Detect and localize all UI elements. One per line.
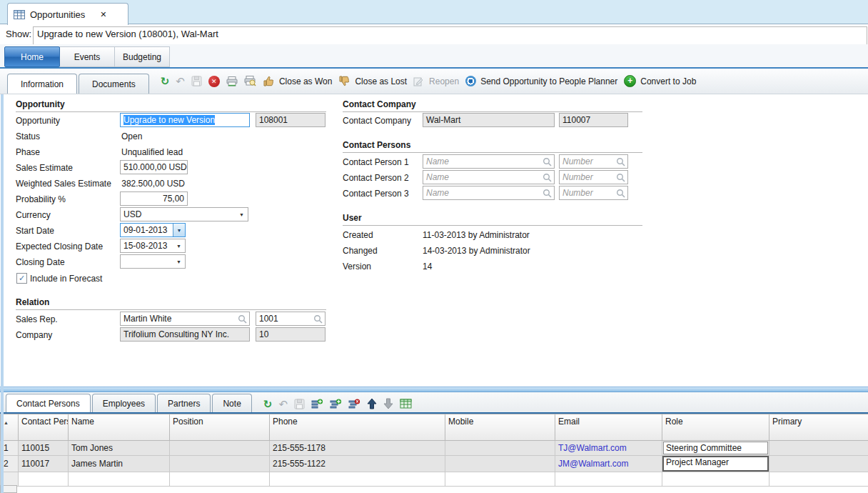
probability-input[interactable]: 75,00 [120, 191, 188, 206]
sales-rep-number-value: 1001 [259, 314, 278, 324]
sales-rep-label: Sales Rep. [16, 314, 58, 324]
search-icon[interactable] [313, 314, 323, 324]
cell-position[interactable] [170, 456, 270, 472]
print-preview-icon[interactable] [244, 76, 256, 86]
email-link[interactable]: JM@Walmart.com [558, 459, 628, 469]
ribbon-tab-budgeting[interactable]: Budgeting [114, 46, 170, 67]
contact-person-3-name-input[interactable]: Name [423, 186, 555, 200]
plus-icon: + [624, 75, 636, 87]
closing-date-input[interactable]: ▼ [120, 254, 186, 269]
column-header-primary[interactable]: Primary [769, 414, 868, 441]
sales-rep-number-input[interactable]: 1001 [256, 312, 326, 326]
cell-role[interactable]: Project Manager [662, 456, 769, 472]
email-link[interactable]: TJ@Walmart.com [558, 443, 627, 453]
convert-to-job-button[interactable]: + Convert to Job [624, 75, 696, 87]
search-icon[interactable] [616, 189, 625, 198]
table-row-empty[interactable] [1, 472, 868, 487]
close-icon[interactable]: ✕ [100, 10, 106, 19]
probability-label: Probability % [16, 194, 66, 204]
currency-dropdown[interactable]: USD▼ [120, 207, 248, 221]
created-value: 11-03-2013 by Administrator [423, 230, 530, 240]
cell-phone[interactable]: 215-555-1122 [270, 456, 445, 472]
undo-icon: ↶ [176, 76, 185, 86]
include-in-forecast-checkbox[interactable]: ✓ [16, 273, 27, 284]
cell-email[interactable]: JM@Walmart.com [555, 456, 662, 472]
delete-row-icon[interactable] [348, 399, 360, 409]
print-icon[interactable] [226, 76, 238, 86]
contact-person-2-number-input[interactable]: Number [559, 170, 628, 184]
cell-email[interactable]: TJ@Walmart.com [555, 441, 662, 456]
toolbar-tab-documents[interactable]: Documents [79, 74, 149, 94]
refresh-icon[interactable]: ↻ [161, 76, 170, 86]
status-label: Status [16, 131, 40, 141]
search-icon[interactable] [542, 157, 552, 166]
cell-contact-person-no[interactable]: 110015 [19, 441, 69, 456]
column-header-name[interactable]: Name [69, 414, 170, 441]
opportunity-input[interactable]: Upgrade to new Version [120, 113, 250, 127]
contact-person-1-number-input[interactable]: Number [559, 154, 628, 169]
grid-icon[interactable] [400, 399, 412, 409]
cell-name[interactable]: James Martin [69, 456, 170, 472]
bottom-tab-employees[interactable]: Employees [92, 394, 156, 412]
column-header-contact-person-no[interactable]: Contact Person No. [19, 414, 69, 441]
toolbar-tab-information[interactable]: Information [7, 74, 77, 94]
opportunities-window: Opportunities ✕ Show: Upgrade to new Ver… [0, 0, 868, 493]
cell-mobile[interactable] [445, 456, 555, 472]
created-label: Created [343, 230, 373, 240]
cell-primary[interactable] [769, 456, 868, 472]
version-label: Version [343, 262, 371, 272]
cell-contact-person-no[interactable]: 110017 [19, 456, 69, 472]
start-date-dropdown-button[interactable]: ▼ [173, 224, 185, 236]
contact-company-number-field: 110007 [559, 113, 628, 127]
ribbon-tab-home[interactable]: Home [4, 46, 60, 67]
cell-mobile[interactable] [445, 441, 555, 456]
table-row[interactable]: 2 110017 James Martin 215-555-1122 JM@Wa… [1, 456, 868, 472]
column-header-role[interactable]: Role [662, 414, 769, 441]
show-bar: Show: Upgrade to new Version (108001), W… [0, 24, 868, 44]
send-to-people-planner-button[interactable]: Send Opportunity to People Planner [465, 76, 617, 86]
role-dropdown-cell-focused[interactable]: Project Manager [662, 456, 769, 472]
search-icon[interactable] [542, 173, 552, 182]
search-icon[interactable] [238, 314, 247, 324]
delete-icon[interactable]: ✕ [208, 76, 220, 87]
close-as-won-button[interactable]: Close as Won [263, 76, 332, 86]
column-header-position[interactable]: Position [170, 414, 270, 441]
column-header-phone[interactable]: Phone [270, 414, 445, 441]
reopen-label: Reopen [429, 76, 459, 86]
contact-person-1-name-input[interactable]: Name [423, 154, 555, 169]
add-row-icon[interactable] [311, 399, 323, 409]
insert-row-icon[interactable] [330, 399, 342, 409]
bottom-tab-partners[interactable]: Partners [157, 394, 211, 412]
refresh-icon[interactable]: ↻ [263, 399, 273, 409]
move-up-icon[interactable] [367, 398, 377, 409]
opportunity-input-selected-text: Upgrade to new Version [123, 115, 215, 125]
document-tab-opportunities[interactable]: Opportunities ✕ [7, 3, 128, 25]
cell-position[interactable] [170, 441, 270, 456]
start-date-input[interactable]: 09-01-2013▼ [120, 223, 186, 237]
name-placeholder: Name [426, 188, 449, 198]
column-header-email[interactable]: Email [555, 414, 662, 441]
close-as-lost-button[interactable]: Close as Lost [338, 76, 407, 86]
contact-person-2-name-input[interactable]: Name [423, 170, 555, 184]
role-dropdown-cell[interactable]: Steering Committee [663, 442, 768, 454]
search-icon[interactable] [616, 157, 625, 166]
cell-primary[interactable] [769, 441, 868, 456]
horizontal-splitter[interactable] [0, 387, 868, 392]
ribbon-tab-events[interactable]: Events [59, 46, 115, 67]
column-header-mobile[interactable]: Mobile [445, 414, 555, 441]
show-input[interactable]: Upgrade to new Version (108001), Wal-Mar… [33, 26, 867, 45]
cell-role[interactable]: Steering Committee [662, 441, 769, 456]
changed-label: Changed [343, 246, 378, 256]
search-icon[interactable] [542, 189, 552, 198]
cell-phone[interactable]: 215-555-1178 [270, 441, 445, 456]
expected-closing-date-input[interactable]: 15-08-2013▼ [120, 239, 186, 253]
bottom-tab-note[interactable]: Note [212, 394, 251, 412]
bottom-tab-contact-persons[interactable]: Contact Persons [6, 394, 91, 412]
table-row[interactable]: 1 110015 Tom Jones 215-555-1178 TJ@Walma… [1, 441, 868, 456]
sales-rep-input[interactable]: Martin White [120, 312, 250, 326]
number-placeholder: Number [562, 188, 593, 198]
sales-estimate-input[interactable]: 510.000,00 USD [120, 160, 188, 174]
contact-person-3-number-input[interactable]: Number [559, 186, 628, 200]
search-icon[interactable] [616, 173, 625, 182]
cell-name[interactable]: Tom Jones [69, 441, 170, 456]
